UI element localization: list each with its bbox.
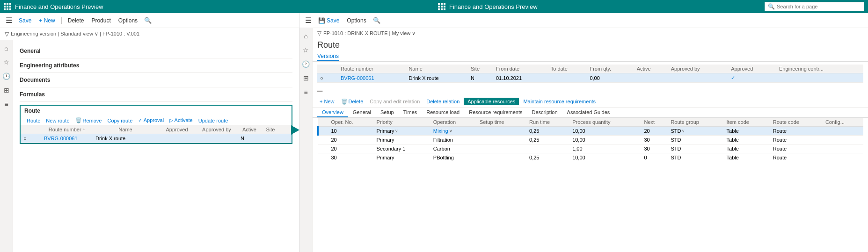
right-home-icon[interactable]: ⌂	[301, 31, 311, 41]
vrow-active	[634, 73, 668, 83]
remove-btn[interactable]: 🗑️ Remove	[73, 117, 104, 124]
right-favorite-icon[interactable]: ☆	[301, 45, 311, 55]
app-menu-icon-right[interactable]	[438, 3, 445, 10]
tab-times[interactable]: Times	[399, 108, 422, 117]
top-bar-left: Finance and Operations Preview	[0, 3, 434, 10]
ops-row[interactable]: 20 Primary Filtration 0,25 10,00 30 STD …	[318, 136, 864, 144]
detail-delete-btn[interactable]: 🗑️ Delete	[339, 98, 366, 105]
tab-resource-req[interactable]: Resource requirements	[464, 108, 527, 117]
maintain-resource-btn[interactable]: Maintain resource requirements	[521, 98, 598, 105]
filter-icon[interactable]: ▽	[5, 31, 9, 37]
left-content-area: ⌂ ☆ 🕐 ⊞ ≡ General Engineering attributes…	[0, 40, 299, 252]
right-search-icon[interactable]: 🔍	[373, 17, 380, 24]
orow-config	[823, 153, 863, 162]
orow-item-code: Table	[724, 136, 770, 144]
versions-row[interactable]: ○ BVRG-000061 Drink X route N 01.10.2021…	[317, 73, 863, 83]
ops-row[interactable]: 20 Secondary 1 Carbon 1,00 30 STD Table …	[318, 144, 864, 153]
home-icon[interactable]: ⌂	[1, 43, 12, 53]
ohdr-operation: Operation	[430, 118, 477, 127]
row-route-number[interactable]: BVRG-000061	[41, 134, 93, 143]
orow-operation: Filtration	[430, 136, 477, 144]
options-button[interactable]: Options	[116, 16, 140, 25]
orow-route-group: STD	[668, 153, 723, 162]
vrow-route-number[interactable]: BVRG-000061	[338, 73, 406, 83]
arrow-icon	[291, 125, 299, 135]
tab-overview[interactable]: Overview	[317, 108, 348, 117]
right-filter-icon[interactable]: ▽	[317, 30, 321, 36]
orow-indicator	[318, 153, 328, 162]
right-clock-icon[interactable]: 🕐	[301, 59, 311, 69]
orow-run-time: 0,25	[526, 136, 569, 144]
applicable-resources-btn[interactable]: Applicable resources	[464, 98, 519, 105]
clock-icon[interactable]: 🕐	[1, 71, 12, 81]
orow-operation[interactable]: Mixing ∨	[430, 127, 477, 136]
vrow-from-date: 01.10.2021	[493, 73, 548, 83]
breadcrumb-text: Engineering version | Standard view ∨ | …	[11, 31, 139, 37]
vhdr-name: Name	[406, 65, 468, 73]
resize-handle[interactable]: ═	[313, 86, 868, 96]
vhdr-approved-by: Approved by	[668, 65, 728, 73]
right-save-icon: 💾	[318, 17, 325, 24]
favorite-icon[interactable]: ☆	[1, 57, 12, 67]
right-list-icon[interactable]: ≡	[301, 87, 311, 97]
search-input[interactable]	[777, 4, 861, 9]
orow-route-group[interactable]: STD ∨	[668, 127, 723, 136]
section-documents: Documents	[20, 73, 292, 87]
orow-indicator	[318, 127, 328, 136]
update-route-btn[interactable]: Update route	[196, 117, 231, 124]
orow-oper-no: 10	[328, 127, 374, 136]
orow-priority[interactable]: Primary ∨	[374, 127, 430, 136]
orow-process-qty: 10,00	[569, 127, 641, 136]
orow-next: 0	[641, 153, 668, 162]
ohdr-route-code: Route code	[770, 118, 823, 127]
ops-row[interactable]: 10 Primary ∨ Mixing ∨ 0,25 10,00	[318, 127, 864, 136]
vhdr-active: Active	[634, 65, 668, 73]
vhdr-select	[317, 65, 328, 73]
activate-btn[interactable]: ▷ Activate	[167, 117, 195, 124]
search-icon-toolbar-left[interactable]: 🔍	[144, 17, 152, 24]
tab-resource-load[interactable]: Resource load	[422, 108, 464, 117]
new-button[interactable]: + New	[36, 16, 58, 25]
search-box[interactable]: 🔍	[765, 2, 864, 11]
right-options-button[interactable]: Options	[344, 16, 369, 25]
orow-run-time	[526, 144, 569, 153]
tab-versions[interactable]: Versions	[317, 51, 339, 61]
detail-new-btn[interactable]: + New	[317, 98, 337, 105]
route-row[interactable]: ○ BVRG-000061 Drink X route N	[21, 134, 292, 143]
save-button[interactable]: Save	[16, 16, 34, 25]
orow-process-qty: 1,00	[569, 144, 641, 153]
right-save-button[interactable]: 💾 Save	[315, 16, 342, 25]
left-app-title: Finance and Operations Preview	[15, 3, 103, 10]
right-toolbar: ☰ 💾 Save Options 🔍	[299, 13, 868, 28]
hamburger-icon[interactable]: ☰	[4, 15, 14, 26]
orow-config	[823, 144, 863, 153]
route-btn[interactable]: Route	[24, 117, 43, 124]
list-icon[interactable]: ≡	[1, 99, 12, 109]
orow-run-time: 0,25	[526, 153, 569, 162]
vrow-radio[interactable]: ○	[317, 73, 328, 83]
ops-row[interactable]: 30 Primary PBottling 0,25 10,00 0 STD Ta…	[318, 153, 864, 162]
left-panel: ☰ Save + New Delete Product Options 🔍 ▽ …	[0, 13, 299, 252]
grid-nav-icon[interactable]: ⊞	[1, 85, 12, 95]
copy-route-btn[interactable]: Copy route	[105, 117, 135, 124]
row-radio[interactable]: ○	[21, 134, 31, 143]
approval-btn[interactable]: ✓ Approval	[136, 117, 166, 124]
tab-assoc-guides[interactable]: Associated Guides	[562, 108, 615, 117]
vrow-eng-contr	[776, 73, 863, 83]
tab-general[interactable]: General	[348, 108, 376, 117]
vhdr-refresh	[328, 65, 338, 73]
product-button[interactable]: Product	[88, 16, 113, 25]
tab-description[interactable]: Description	[527, 108, 562, 117]
orow-oper-no: 30	[328, 153, 374, 162]
right-grid-icon[interactable]: ⊞	[301, 73, 311, 83]
orow-priority: Secondary 1	[374, 144, 430, 153]
new-route-btn[interactable]: New route	[44, 117, 72, 124]
delete-button[interactable]: Delete	[65, 16, 87, 25]
right-hamburger-icon[interactable]: ☰	[303, 15, 314, 26]
delete-relation-btn[interactable]: Delete relation	[424, 98, 462, 105]
col-active: Active	[238, 125, 261, 134]
tab-setup[interactable]: Setup	[376, 108, 399, 117]
app-menu-icon[interactable]	[4, 3, 11, 10]
col-approved-by: Approved by	[196, 125, 238, 134]
orow-indicator	[318, 144, 328, 153]
